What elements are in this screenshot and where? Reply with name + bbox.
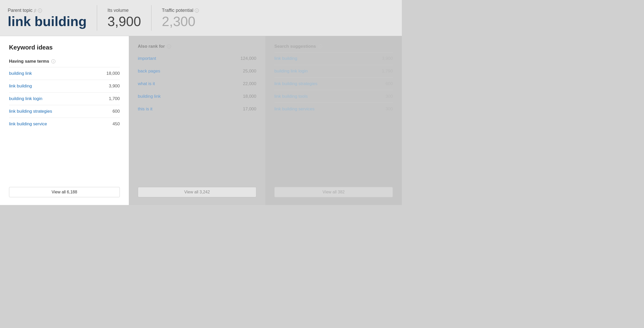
table-row: link building strategies 600	[274, 77, 393, 90]
keyword-ideas-title: Keyword ideas	[9, 44, 120, 51]
search-sugg-link-3[interactable]: link building tools	[274, 94, 308, 99]
table-row: link building tools 300	[274, 90, 393, 103]
also-rank-for-label: Also rank for	[138, 44, 165, 49]
parent-topic-label: Parent topic	[8, 8, 32, 13]
search-suggestions-header: Search suggestions i	[274, 44, 393, 49]
search-sugg-link-1[interactable]: building link login	[274, 69, 308, 74]
its-volume-section: Its volume 3,900	[97, 5, 151, 31]
keyword-link-2[interactable]: building link login	[9, 96, 42, 101]
keyword-volume-4: 450	[113, 121, 120, 127]
main-content: Keyword ideas Having same terms i buildi…	[0, 36, 402, 205]
search-suggestions-info-icon[interactable]: i	[318, 44, 322, 48]
search-suggestions-panel: Search suggestions i link building 3,900…	[265, 36, 402, 205]
also-rank-volume-1: 25,000	[243, 69, 256, 74]
search-sugg-volume-2: 600	[386, 81, 393, 86]
keyword-volume-0: 18,000	[106, 71, 120, 76]
keyword-link-1[interactable]: link building	[9, 84, 32, 89]
traffic-potential-label: Traffic potential	[162, 8, 193, 13]
keyword-volume-3: 600	[113, 109, 120, 114]
parent-topic-label-row: Parent topic β i	[8, 8, 87, 13]
keyword-volume-2: 1,700	[109, 96, 120, 101]
also-rank-volume-2: 22,000	[243, 81, 256, 86]
its-volume-value: 3,900	[107, 15, 141, 28]
keyword-volume-1: 3,900	[109, 84, 120, 89]
table-row: building link 18,000	[9, 67, 120, 80]
table-row: this is it 17,000	[138, 103, 256, 115]
table-row: link building 3,900	[274, 52, 393, 65]
table-row: link building services 300	[274, 103, 393, 115]
search-sugg-volume-1: 1,790	[382, 69, 393, 74]
table-row: link building service 450	[9, 118, 120, 130]
table-row: important 124,000	[138, 52, 256, 65]
its-volume-label: Its volume	[107, 8, 141, 13]
search-sugg-link-0[interactable]: link building	[274, 56, 297, 61]
search-sugg-link-2[interactable]: link building strategies	[274, 81, 317, 86]
keyword-ideas-panel: Keyword ideas Having same terms i buildi…	[0, 36, 129, 205]
search-sugg-link-4[interactable]: link building services	[274, 106, 315, 112]
table-row: link building 3,900	[9, 80, 120, 92]
view-all-having-same-terms-button[interactable]: View all 6,188	[9, 187, 120, 197]
also-rank-link-0[interactable]: important	[138, 56, 156, 61]
search-sugg-volume-3: 300	[386, 94, 393, 99]
keyword-link-4[interactable]: link building service	[9, 121, 47, 127]
beta-label: β	[34, 8, 36, 13]
traffic-potential-label-row: Traffic potential i	[162, 8, 199, 13]
having-same-terms-list: building link 18,000 link building 3,900…	[9, 67, 120, 182]
table-row: building link login 1,700	[9, 92, 120, 105]
traffic-potential-section: Traffic potential i 2,300	[151, 5, 209, 31]
also-rank-for-info-icon[interactable]: i	[167, 44, 171, 48]
search-sugg-volume-4: 300	[386, 106, 393, 112]
having-same-terms-label: Having same terms	[9, 59, 49, 64]
also-rank-volume-4: 17,000	[243, 106, 256, 112]
also-rank-for-header: Also rank for i	[138, 44, 256, 49]
also-rank-link-1[interactable]: back pages	[138, 69, 160, 74]
search-suggestions-list: link building 3,900 building link login …	[274, 52, 393, 182]
having-same-terms-info-icon[interactable]: i	[51, 59, 55, 63]
having-same-terms-header: Having same terms i	[9, 59, 120, 64]
keyword-link-0[interactable]: building link	[9, 71, 32, 76]
also-rank-volume-3: 18,000	[243, 94, 256, 99]
traffic-potential-value: 2,300	[162, 15, 199, 28]
table-row: what is it 22,000	[138, 77, 256, 90]
also-rank-link-2[interactable]: what is it	[138, 81, 155, 86]
also-rank-volume-0: 124,000	[241, 56, 256, 61]
table-row: back pages 25,000	[138, 65, 256, 77]
header: Parent topic β i link building Its volum…	[0, 0, 402, 36]
parent-topic-info-icon[interactable]: i	[38, 9, 42, 13]
traffic-potential-info-icon[interactable]: i	[195, 9, 199, 13]
also-rank-for-panel: Also rank for i important 124,000 back p…	[129, 36, 265, 205]
table-row: building link 18,000	[138, 90, 256, 103]
table-row: building link login 1,790	[274, 65, 393, 77]
parent-topic-value[interactable]: link building	[8, 15, 87, 28]
parent-topic-section: Parent topic β i link building	[8, 5, 97, 31]
keyword-link-3[interactable]: link building strategies	[9, 109, 52, 114]
view-all-also-rank-for-button[interactable]: View all 3,242	[138, 187, 256, 197]
also-rank-link-4[interactable]: this is it	[138, 106, 152, 112]
search-suggestions-label: Search suggestions	[274, 44, 316, 49]
also-rank-link-3[interactable]: building link	[138, 94, 161, 99]
table-row: link building strategies 600	[9, 105, 120, 118]
also-rank-for-list: important 124,000 back pages 25,000 what…	[138, 52, 256, 182]
search-sugg-volume-0: 3,900	[382, 56, 393, 61]
view-all-search-suggestions-button[interactable]: View all 382	[274, 187, 393, 197]
